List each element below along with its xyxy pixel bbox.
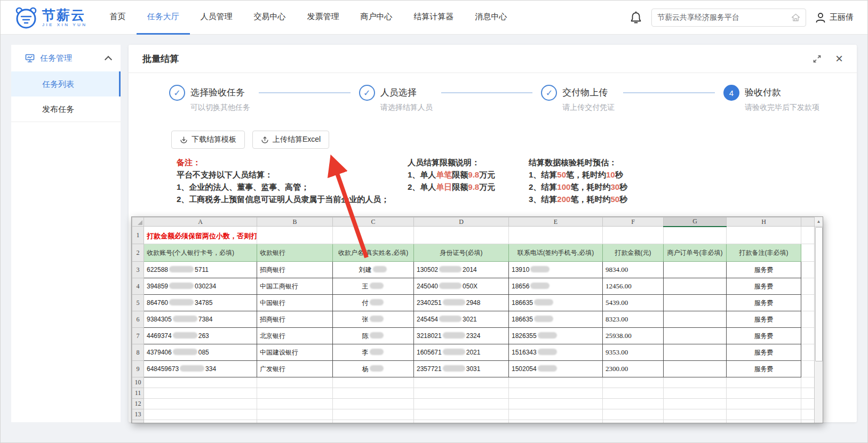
empty-cell[interactable] — [257, 377, 333, 388]
row-number[interactable]: 9 — [132, 361, 144, 377]
column-header-B[interactable]: B — [257, 218, 333, 227]
empty-cell[interactable] — [727, 420, 801, 424]
bank-cell[interactable]: 中国建设银行 — [257, 344, 333, 361]
amount-cell[interactable]: 25938.00 — [603, 328, 664, 344]
empty-cell[interactable] — [801, 278, 815, 295]
order-number-cell[interactable] — [664, 262, 727, 278]
column-header-F[interactable]: F — [603, 218, 664, 227]
row-number[interactable]: 8 — [132, 344, 144, 361]
upload-excel-button[interactable]: 上传结算Excel — [252, 131, 329, 149]
empty-cell[interactable] — [801, 399, 815, 409]
amount-cell[interactable]: 5439.00 — [603, 295, 664, 311]
empty-cell[interactable] — [144, 420, 257, 424]
empty-cell[interactable] — [664, 377, 727, 388]
empty-cell[interactable] — [414, 409, 509, 420]
empty-cell[interactable] — [603, 388, 664, 399]
empty-cell[interactable] — [801, 361, 815, 377]
empty-cell[interactable] — [414, 399, 509, 409]
empty-cell[interactable] — [414, 420, 509, 424]
row-number[interactable]: 6 — [132, 311, 144, 328]
empty-cell[interactable] — [509, 409, 603, 420]
nav-item-商户中心[interactable]: 商户中心 — [350, 1, 403, 35]
remark-cell[interactable]: 服务费 — [727, 344, 801, 361]
phone-cell[interactable]: 1826355 — [509, 328, 603, 344]
empty-cell[interactable] — [333, 409, 414, 420]
account-cell[interactable]: 4469374263 — [144, 328, 257, 344]
empty-cell[interactable] — [509, 227, 603, 244]
nav-item-消息中心[interactable]: 消息中心 — [465, 1, 518, 35]
row-number[interactable]: 1 — [132, 227, 144, 244]
empty-cell[interactable] — [257, 409, 333, 420]
warning-cell[interactable]: 打款金额必须保留两位小数，否则打款可能会出现失败！本行勿删！！！ — [144, 227, 257, 244]
empty-cell[interactable] — [801, 328, 815, 344]
logo[interactable]: 节薪云 JIE XIN YUN — [14, 6, 87, 29]
name-cell[interactable]: 刘建 — [333, 262, 414, 278]
empty-cell[interactable] — [727, 409, 801, 420]
row-number[interactable]: 5 — [132, 295, 144, 311]
remark-cell[interactable]: 服务费 — [727, 278, 801, 295]
empty-cell[interactable] — [603, 409, 664, 420]
row-number[interactable]: 12 — [132, 399, 144, 409]
empty-cell[interactable] — [801, 420, 815, 424]
empty-cell[interactable] — [257, 399, 333, 409]
empty-cell[interactable] — [801, 295, 815, 311]
column-header-extra[interactable] — [801, 218, 815, 227]
account-cell[interactable]: 394859030234 — [144, 278, 257, 295]
remark-cell[interactable]: 服务费 — [727, 361, 801, 377]
empty-cell[interactable] — [509, 377, 603, 388]
notification-bell-icon[interactable] — [629, 11, 643, 25]
empty-cell[interactable] — [603, 420, 664, 424]
column-header-H[interactable]: H — [727, 218, 801, 227]
id-number-cell[interactable]: 23577213031 — [414, 361, 509, 377]
empty-cell[interactable] — [801, 227, 815, 244]
row-number[interactable]: 4 — [132, 278, 144, 295]
remark-cell[interactable]: 服务费 — [727, 328, 801, 344]
empty-cell[interactable] — [333, 377, 414, 388]
column-header-C[interactable]: C — [333, 218, 414, 227]
user-menu[interactable]: 王丽倩 — [815, 12, 854, 23]
account-cell[interactable]: 86476034785 — [144, 295, 257, 311]
bank-cell[interactable]: 广发银行 — [257, 361, 333, 377]
download-template-button[interactable]: 下载结算模板 — [171, 131, 245, 149]
row-number[interactable]: 13 — [132, 409, 144, 420]
name-cell[interactable]: 王 — [333, 278, 414, 295]
phone-cell[interactable]: 1502054 — [509, 361, 603, 377]
empty-cell[interactable] — [414, 377, 509, 388]
account-cell[interactable]: 648459673334 — [144, 361, 257, 377]
empty-cell[interactable] — [801, 409, 815, 420]
row-number[interactable]: 2 — [132, 244, 144, 262]
header-cell[interactable]: 打款金额(元) — [603, 244, 664, 262]
empty-cell[interactable] — [664, 388, 727, 399]
company-selector[interactable]: 节薪云共享经济服务平台 — [651, 9, 806, 27]
empty-cell[interactable] — [727, 388, 801, 399]
empty-cell[interactable] — [727, 399, 801, 409]
empty-cell[interactable] — [727, 227, 801, 244]
remark-cell[interactable]: 服务费 — [727, 262, 801, 278]
name-cell[interactable]: 张 — [333, 311, 414, 328]
order-number-cell[interactable] — [664, 295, 727, 311]
header-cell[interactable]: 商户订单号(非必填) — [664, 244, 727, 262]
row-number[interactable]: 14 — [132, 420, 144, 424]
sidebar-item-任务列表[interactable]: 任务列表 — [11, 71, 121, 96]
empty-cell[interactable] — [333, 227, 414, 244]
phone-cell[interactable]: 1516343 — [509, 344, 603, 361]
amount-cell[interactable]: 9834.00 — [603, 262, 664, 278]
sidebar-item-发布任务[interactable]: 发布任务 — [11, 96, 121, 122]
header-cell[interactable]: 联系电话(签约手机号,必填) — [509, 244, 603, 262]
empty-cell[interactable] — [664, 399, 727, 409]
empty-cell[interactable] — [144, 377, 257, 388]
empty-cell[interactable] — [603, 377, 664, 388]
empty-cell[interactable] — [801, 388, 815, 399]
empty-cell[interactable] — [801, 262, 815, 278]
order-number-cell[interactable] — [664, 278, 727, 295]
id-number-cell[interactable]: 2454543021 — [414, 311, 509, 328]
empty-cell[interactable] — [801, 244, 815, 262]
phone-cell[interactable]: 186635 — [509, 311, 603, 328]
name-cell[interactable]: 付 — [333, 295, 414, 311]
empty-cell[interactable] — [144, 399, 257, 409]
empty-cell[interactable] — [144, 409, 257, 420]
nav-item-交易中心[interactable]: 交易中心 — [243, 1, 297, 35]
order-number-cell[interactable] — [664, 311, 727, 328]
empty-cell[interactable] — [603, 399, 664, 409]
phone-cell[interactable]: 186635 — [509, 295, 603, 311]
